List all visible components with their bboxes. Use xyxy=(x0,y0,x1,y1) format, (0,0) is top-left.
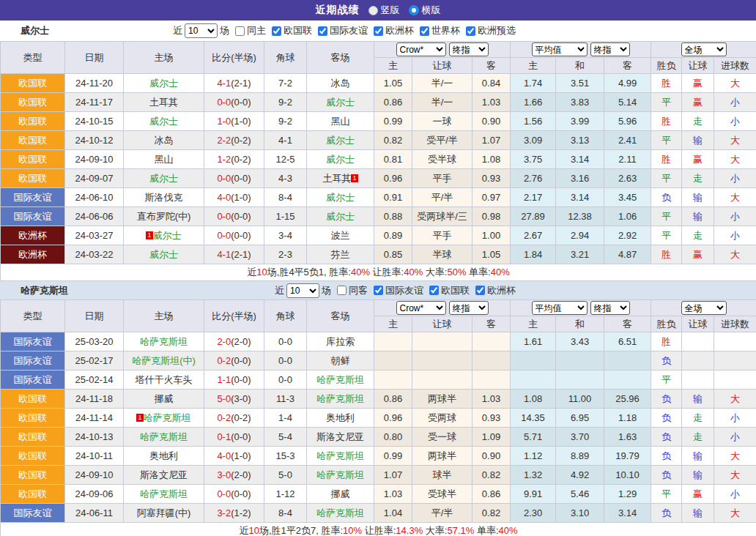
league-checkbox-label: 国际友谊 xyxy=(330,24,368,37)
summary-part: 场,胜4平5负1, 胜率: xyxy=(267,267,351,278)
corners-cell: 7-2 xyxy=(264,74,307,93)
halftime-score: (0-0) xyxy=(231,173,251,184)
crow-away-odds-cell xyxy=(472,332,511,351)
summary-part: 近 xyxy=(247,267,256,278)
avg-stage-select[interactable]: 终指 xyxy=(590,301,630,315)
crow-away-odds-cell: 0.98 xyxy=(472,207,511,226)
crow-home-odds-cell xyxy=(374,332,412,351)
fulltime-score: 0-0 xyxy=(217,97,231,108)
crow-home-odds-cell: 0.96 xyxy=(374,409,412,428)
fulltime-score: 3-2 xyxy=(217,507,231,518)
away-team-cell: 威尔士 xyxy=(307,93,374,112)
table-row: 欧国联24-10-11奥地利4-0(1-0)15-3哈萨克斯坦0.99两球半0.… xyxy=(1,447,756,466)
table-row: 国际友谊25-02-14塔什干火车头1-1(0-0)0-0哈萨克斯坦平 xyxy=(1,371,756,390)
league-cell: 欧国联 xyxy=(1,150,65,169)
score-cell: 2-0(2-0) xyxy=(204,332,264,351)
odds-provider-select[interactable]: Crow* xyxy=(396,301,446,315)
handicap-result-cell: 走 xyxy=(682,169,714,188)
score-cell: 1-0(1-0) xyxy=(204,112,264,131)
away-team-name: 威尔士 xyxy=(326,97,355,108)
same-side-checkbox[interactable] xyxy=(235,26,245,36)
corners-cell: 1-15 xyxy=(264,207,307,226)
handicap-result-cell: 输 xyxy=(682,504,714,523)
recent-count-select[interactable]: 10 xyxy=(185,23,218,38)
home-team-cell: 威尔士 xyxy=(124,112,204,131)
avg-away-odds-cell: 5.96 xyxy=(604,112,651,131)
avg-home-odds-cell: 1.32 xyxy=(511,466,556,485)
radio-off-icon[interactable] xyxy=(368,6,378,15)
odds-stage-select[interactable]: 终指 xyxy=(449,301,489,315)
league-checkbox[interactable] xyxy=(272,26,281,36)
radio-on-icon[interactable] xyxy=(409,5,419,15)
avg-draw-odds-cell: 11.00 xyxy=(556,390,604,409)
away-team-name: 芬兰 xyxy=(331,249,350,260)
avg-away-odds-cell: 1.18 xyxy=(604,409,651,428)
score-cell: 0-0(0-0) xyxy=(204,226,264,245)
league-cell: 国际友谊 xyxy=(1,332,65,351)
crow-home-odds-cell: 0.86 xyxy=(374,93,412,112)
handicap-result-cell: 走 xyxy=(682,226,714,245)
league-cell: 欧国联 xyxy=(1,447,65,466)
score-cell: 0-1(0-0) xyxy=(204,428,264,447)
avg-odds-select[interactable]: 平均值 xyxy=(532,301,588,315)
odds-provider-select[interactable]: Crow* xyxy=(396,42,446,56)
league-checkbox[interactable] xyxy=(429,286,439,295)
home-team-cell: 挪威 xyxy=(124,390,204,409)
layout-radio-horizontal[interactable]: 横版 xyxy=(409,4,441,17)
avg-draw-odds-cell: 3.43 xyxy=(556,332,604,351)
table-row: 欧国联24-09-10黑山1-2(0-2)12-5威尔士0.81受半球1.083… xyxy=(1,150,756,169)
league-checkbox[interactable] xyxy=(475,286,485,295)
layout-radio-vertical[interactable]: 竖版 xyxy=(368,4,400,17)
home-team-cell: 哈萨克斯坦(中) xyxy=(124,351,204,371)
score-cell: 0-2(0-0) xyxy=(204,351,264,371)
fulltime-score: 0-1 xyxy=(217,431,231,442)
away-team-name: 哈萨克斯坦 xyxy=(316,507,364,518)
odds-stage-select[interactable]: 终指 xyxy=(449,42,489,56)
home-team-cell: 威尔士 xyxy=(124,169,204,188)
table-row: 欧国联24-11-17土耳其0-0(0-0)9-2威尔士0.86半/一1.031… xyxy=(1,93,756,112)
league-checkbox[interactable] xyxy=(374,26,383,36)
result-group-header: 全场 xyxy=(651,42,756,58)
avg-home-odds-cell: 2.67 xyxy=(511,226,556,245)
handicap-result-cell: 输 xyxy=(682,131,714,150)
crow-away-odds-cell: 0.90 xyxy=(472,447,511,466)
fulltime-score: 4-1 xyxy=(217,78,231,89)
date-cell: 24-09-10 xyxy=(65,466,124,485)
league-checkbox[interactable] xyxy=(420,26,429,36)
recent-count-select[interactable]: 10 xyxy=(286,283,319,298)
league-checkbox[interactable] xyxy=(374,286,383,295)
outcome-cell: 负 xyxy=(651,428,682,447)
league-checkbox-label: 国际友谊 xyxy=(385,284,423,297)
table-row: 国际友谊24-06-10斯洛伐克4-0(1-0)8-4威尔士0.91平/半0.9… xyxy=(1,188,756,207)
home-team-cell: 哈萨克斯坦 xyxy=(124,428,204,447)
home-team-cell: 冰岛 xyxy=(124,131,204,150)
avg-stage-select[interactable]: 终指 xyxy=(590,42,630,56)
away-team-cell: 威尔士 xyxy=(307,131,374,150)
avg-home-odds-cell: 1.66 xyxy=(511,93,556,112)
crow-away-odds-cell: 0.82 xyxy=(472,504,511,523)
scope-select[interactable]: 全场 xyxy=(681,301,727,315)
crow-away-odds-cell: 0.84 xyxy=(472,74,511,93)
outcome-cell: 胜 xyxy=(651,74,682,93)
league-cell: 欧洲杯 xyxy=(1,245,65,264)
corners-cell: 9-2 xyxy=(264,93,307,112)
league-checkbox[interactable] xyxy=(318,26,327,36)
league-checkbox-label: 欧国联 xyxy=(441,284,470,297)
same-side-checkbox[interactable] xyxy=(337,286,346,295)
league-checkbox-label: 欧国联 xyxy=(284,24,312,37)
date-cell: 24-06-10 xyxy=(65,188,124,207)
sub-column-header: 客 xyxy=(472,316,511,332)
date-cell: 24-10-15 xyxy=(65,112,124,131)
avg-home-odds-cell: 1.08 xyxy=(511,390,556,409)
goals-result-cell: 小 xyxy=(714,485,756,504)
corners-cell: 4-3 xyxy=(264,169,307,188)
halftime-score: (3-0) xyxy=(231,393,251,404)
scope-select[interactable]: 全场 xyxy=(681,42,727,56)
table-row: 欧国联24-11-20威尔士4-1(2-1)7-2冰岛1.05半/一0.841.… xyxy=(1,74,756,93)
score-cell: 3-0(2-0) xyxy=(204,466,264,485)
home-team-name: 威尔士 xyxy=(149,78,178,89)
avg-odds-select[interactable]: 平均值 xyxy=(532,42,588,56)
league-checkbox[interactable] xyxy=(466,26,475,36)
away-team-name: 威尔士 xyxy=(326,192,355,203)
crow-away-odds-cell: 1.08 xyxy=(472,150,511,169)
